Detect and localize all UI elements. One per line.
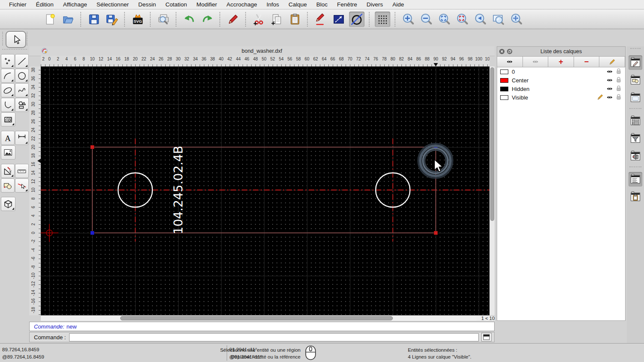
paste-button[interactable] (287, 12, 303, 27)
zoom-out-button[interactable] (419, 12, 434, 27)
tool-modify-button[interactable] (1, 164, 15, 178)
menu-accrochage[interactable]: Accrochage (222, 1, 261, 8)
menu-dessin[interactable]: Dessin (134, 1, 161, 8)
menu-modifier[interactable]: Modifier (191, 1, 222, 8)
menu-cotation[interactable]: Cotation (161, 1, 191, 8)
views-dock-toggle-button[interactable] (629, 114, 642, 128)
layer-row-visible[interactable]: Visible (497, 93, 625, 102)
tool-image-button[interactable] (1, 145, 15, 160)
drawing-canvas[interactable]: 104.245.02.4B (41, 66, 489, 315)
redo-button[interactable] (200, 12, 215, 27)
grid-toggle-button[interactable] (375, 12, 390, 27)
tool-points-button[interactable] (1, 54, 15, 68)
menu-infos[interactable]: Infos (262, 1, 284, 8)
save-as-button[interactable] (104, 12, 120, 27)
layer-visibility-toggle[interactable] (606, 86, 613, 92)
menu-fichier[interactable]: Fichier (4, 1, 31, 8)
layer-visibility-toggle[interactable] (606, 94, 613, 101)
layer-lock-toggle[interactable] (616, 85, 621, 93)
menu-fenetre[interactable]: Fenêtre (332, 1, 362, 8)
svg-export-button[interactable]: SVG (130, 12, 146, 27)
tool-spline-button[interactable] (15, 83, 29, 97)
menu-selectionner[interactable]: Sélectionner (92, 1, 134, 8)
menu-bloc[interactable]: Bloc (312, 1, 332, 8)
tool-dimension-button[interactable] (15, 131, 29, 145)
menu-aide[interactable]: Aide (388, 1, 409, 8)
layer-name: Visible (512, 94, 528, 101)
block-dock-toggle-button[interactable] (629, 73, 642, 87)
selection-handle-red[interactable] (91, 145, 94, 149)
clipboard-dock-toggle-button[interactable] (629, 190, 642, 204)
tool-ellipse-button[interactable] (1, 83, 15, 97)
command-input[interactable] (69, 333, 479, 341)
edit-layer-button[interactable] (599, 57, 625, 67)
folder-open-button[interactable] (61, 12, 76, 27)
layer-dock-icon (629, 57, 641, 69)
add-layer-button[interactable]: + (548, 57, 574, 67)
vruler-label: 14 (30, 169, 37, 177)
layer-row-center[interactable]: Center (497, 76, 625, 84)
pencil-underline-button[interactable] (313, 12, 328, 27)
tool-polyline-button[interactable] (1, 98, 15, 112)
copy-button[interactable] (269, 12, 285, 27)
tool-box3d-button[interactable] (1, 197, 15, 211)
layer-lock-toggle[interactable] (616, 94, 621, 101)
undo-button[interactable] (182, 12, 197, 27)
select-window-button[interactable] (331, 12, 346, 27)
zoom-auto-button[interactable] (437, 12, 452, 27)
layer-visibility-toggle[interactable] (606, 69, 613, 75)
layer-row-hidden[interactable]: Hidden (497, 84, 625, 93)
command-widget-toggle-button[interactable] (481, 333, 492, 341)
pencil-red-button[interactable] (225, 12, 241, 27)
show-all-layers-button[interactable] (497, 57, 523, 67)
layer-visibility-toggle[interactable] (606, 77, 613, 84)
menu-calque[interactable]: Calque (284, 1, 312, 8)
tool-text-button[interactable]: A (1, 131, 15, 145)
layer-dock-toggle-button[interactable] (629, 55, 642, 70)
zoom-pan-button[interactable] (509, 12, 524, 27)
layer-color-swatch (500, 95, 508, 100)
menu-affichage[interactable]: Affichage (58, 1, 92, 8)
tool-hatch-button[interactable] (1, 112, 15, 127)
cut-button[interactable] (251, 12, 267, 27)
tool-arc-button[interactable] (1, 69, 15, 83)
tool-hatch-icon (3, 115, 13, 125)
library-dock-toggle-button[interactable] (629, 90, 642, 105)
menu-bar: FichierÉditionAffichageSélectionnerDessi… (0, 0, 644, 9)
close-icon[interactable] (499, 48, 505, 54)
horn-dock-toggle-button[interactable] (629, 149, 642, 163)
command-dock-toggle-button[interactable] (629, 172, 642, 187)
tool-circle-button[interactable] (15, 69, 29, 83)
doc-new-button[interactable] (43, 12, 58, 27)
tool-measure-button[interactable] (15, 164, 29, 178)
zoom-in-button[interactable] (401, 12, 416, 27)
layer-row-0[interactable]: 0 (497, 67, 625, 76)
zoom-window-button[interactable] (491, 12, 506, 27)
selection-handle-red[interactable] (434, 231, 438, 235)
layer-lock-toggle[interactable] (616, 68, 621, 75)
tool-select-entity-button[interactable] (15, 178, 29, 193)
vertical-scrollbar-thumb[interactable] (490, 67, 494, 221)
menu-edition[interactable]: Édition (31, 1, 58, 8)
zoom-previous-button[interactable] (473, 12, 488, 27)
tool-block-button[interactable] (1, 178, 15, 193)
zoom-selected-button[interactable] (455, 12, 470, 27)
float-panel-icon[interactable] (507, 48, 513, 54)
print-preview-button[interactable] (156, 12, 171, 27)
vertical-scrollbar[interactable] (489, 66, 495, 315)
selection-handle-blue[interactable] (91, 231, 94, 235)
horizontal-scrollbar-thumb[interactable] (120, 316, 393, 320)
menu-divers[interactable]: Divers (362, 1, 388, 8)
hide-all-layers-button[interactable] (523, 57, 549, 67)
filter-dock-toggle-button[interactable] (629, 131, 642, 146)
remove-layer-button[interactable]: − (574, 57, 600, 67)
save-button[interactable] (86, 12, 102, 27)
draft-mode-button[interactable] (349, 12, 365, 27)
layer-lock-toggle[interactable] (616, 77, 621, 84)
part-number-text[interactable]: 104.245.02.4B (171, 146, 185, 234)
tool-line-button[interactable] (15, 54, 29, 68)
main-toolbar: SVG (0, 9, 644, 29)
select-arrow-button[interactable] (6, 31, 26, 48)
horizontal-scrollbar[interactable] (41, 315, 477, 321)
tool-polygon-button[interactable] (15, 98, 29, 112)
